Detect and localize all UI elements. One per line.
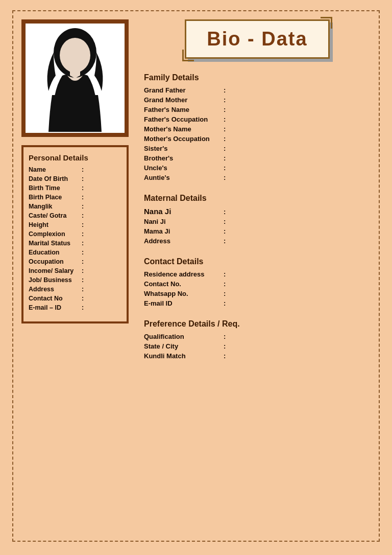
contact-field-label: Residence address — [144, 270, 220, 278]
right-column: Bio - Data Family Details Grand Father :… — [144, 19, 371, 362]
personal-field-label: Date Of Birth — [29, 175, 80, 182]
family-field-label: Sister's — [144, 145, 220, 152]
preference-detail-row: Qualification : — [144, 333, 371, 340]
personal-field-colon: : — [82, 203, 84, 210]
personal-field-colon: : — [82, 249, 84, 256]
personal-field-label: Complexion — [29, 230, 80, 238]
contact-details-heading: Contact Details — [144, 257, 371, 266]
preference-field-colon: : — [224, 352, 226, 360]
maternal-detail-row: Address : — [144, 237, 371, 245]
maternal-field-label: Mama Ji — [144, 227, 220, 235]
main-container: Personal Details Name : Date Of Birth : … — [21, 19, 371, 362]
maternal-detail-row: Nana Ji : — [144, 207, 371, 216]
preference-field-label: State / City — [144, 342, 220, 350]
family-detail-row: Grand Mother : — [144, 96, 371, 104]
personal-field-label: Birth Place — [29, 194, 80, 201]
family-field-label: Uncle's — [144, 164, 220, 172]
contact-fields-container: Residence address : Contact No. : Whatsa… — [144, 270, 371, 307]
preference-detail-row: Kundli Match : — [144, 352, 371, 360]
personal-field-colon: : — [82, 194, 84, 201]
contact-field-colon: : — [224, 270, 226, 278]
personal-detail-row: Complexion : — [29, 230, 121, 238]
personal-detail-row: Contact No : — [29, 295, 121, 302]
maternal-details-section: Maternal Details Nana Ji : Nani Ji : Mam… — [144, 189, 371, 247]
preference-details-heading: Preference Details / Req. — [144, 319, 371, 329]
contact-detail-row: E-mail ID : — [144, 299, 371, 307]
family-field-label: Father's Occupation — [144, 115, 220, 123]
contact-field-colon: : — [224, 280, 226, 288]
personal-field-label: Caste/ Gotra — [29, 212, 80, 219]
left-column: Personal Details Name : Date Of Birth : … — [21, 19, 134, 362]
family-detail-row: Father's Occupation : — [144, 115, 371, 123]
family-field-label: Mother's Name — [144, 125, 220, 133]
contact-field-label: E-mail ID — [144, 299, 220, 307]
maternal-field-label: Nana Ji — [144, 207, 220, 216]
personal-field-label: Name — [29, 166, 80, 173]
maternal-detail-row: Mama Ji : — [144, 227, 371, 235]
personal-field-colon: : — [82, 230, 84, 238]
preference-field-label: Qualification — [144, 333, 220, 340]
personal-fields-container: Name : Date Of Birth : Birth Time : Birt… — [29, 166, 121, 311]
personal-field-label: Birth Time — [29, 184, 80, 192]
maternal-details-heading: Maternal Details — [144, 194, 371, 203]
personal-field-label: Address — [29, 286, 80, 293]
outer-border: Personal Details Name : Date Of Birth : … — [12, 10, 380, 542]
personal-details-box: Personal Details Name : Date Of Birth : … — [21, 145, 129, 323]
maternal-field-colon: : — [224, 208, 226, 216]
personal-detail-row: E-mail – ID : — [29, 304, 121, 311]
personal-field-colon: : — [82, 267, 84, 274]
contact-detail-row: Residence address : — [144, 270, 371, 278]
page-title: Bio - Data — [207, 28, 307, 50]
personal-detail-row: Caste/ Gotra : — [29, 212, 121, 219]
preference-field-colon: : — [224, 342, 226, 350]
personal-detail-row: Manglik : — [29, 203, 121, 210]
maternal-field-colon: : — [224, 218, 226, 225]
personal-field-label: Height — [29, 221, 80, 228]
family-field-label: Grand Mother — [144, 96, 220, 104]
preference-fields-container: Qualification : State / City : Kundli Ma… — [144, 333, 371, 360]
title-wrapper: Bio - Data — [144, 19, 371, 59]
family-details-heading: Family Details — [144, 73, 371, 82]
family-field-colon: : — [224, 164, 226, 172]
maternal-detail-row: Nani Ji : — [144, 218, 371, 225]
photo-placeholder — [26, 24, 125, 133]
personal-field-label: Marital Status — [29, 240, 80, 247]
contact-detail-row: Contact No. : — [144, 280, 371, 288]
family-detail-row: Mother's Occupation : — [144, 135, 371, 143]
family-detail-row: Uncle's : — [144, 164, 371, 172]
family-field-label: Brother's — [144, 154, 220, 162]
family-detail-row: Sister's : — [144, 145, 371, 152]
family-detail-row: Brother's : — [144, 154, 371, 162]
photo-frame — [21, 19, 129, 137]
personal-field-label: Manglik — [29, 203, 80, 210]
personal-field-colon: : — [82, 175, 84, 182]
family-detail-row: Father's Name : — [144, 106, 371, 113]
maternal-field-colon: : — [224, 227, 226, 235]
personal-field-colon: : — [82, 295, 84, 302]
personal-field-colon: : — [82, 184, 84, 192]
personal-field-colon: : — [82, 276, 84, 284]
personal-detail-row: Name : — [29, 166, 121, 173]
family-field-label: Grand Father — [144, 86, 220, 94]
female-silhouette-icon — [34, 25, 116, 132]
personal-field-colon: : — [82, 166, 84, 173]
family-fields-container: Grand Father : Grand Mother : Father's N… — [144, 86, 371, 181]
family-detail-row: Auntie's : — [144, 174, 371, 181]
personal-field-label: Occupation — [29, 258, 80, 265]
preference-field-colon: : — [224, 333, 226, 340]
family-field-colon: : — [224, 106, 226, 113]
personal-detail-row: Income/ Salary : — [29, 267, 121, 274]
family-field-label: Auntie's — [144, 174, 220, 181]
family-details-section: Family Details Grand Father : Grand Moth… — [144, 68, 371, 183]
svg-point-1 — [60, 38, 90, 73]
family-field-colon: : — [224, 96, 226, 104]
personal-detail-row: Education : — [29, 249, 121, 256]
contact-field-label: Whatsapp No. — [144, 290, 220, 297]
family-field-colon: : — [224, 145, 226, 152]
personal-field-label: Contact No — [29, 295, 80, 302]
preference-detail-row: State / City : — [144, 342, 371, 350]
personal-field-colon: : — [82, 212, 84, 219]
personal-field-colon: : — [82, 286, 84, 293]
family-detail-row: Grand Father : — [144, 86, 371, 94]
personal-detail-row: Marital Status : — [29, 240, 121, 247]
